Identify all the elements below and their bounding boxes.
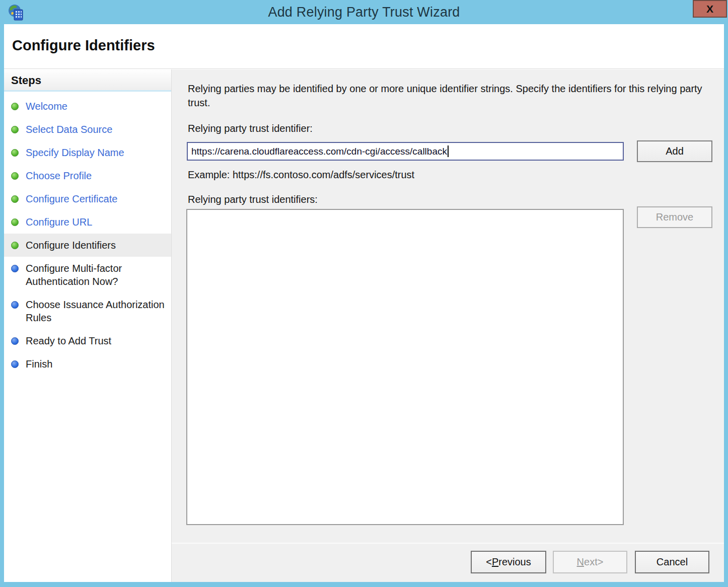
- step-done-bullet-icon: [11, 172, 19, 180]
- next-button[interactable]: Next >: [553, 551, 627, 573]
- sidebar-item-welcome[interactable]: Welcome: [4, 95, 171, 118]
- example-text: Example: https://fs.contoso.com/adfs/ser…: [188, 169, 414, 181]
- steps-sidebar: Steps Welcome Select Data Source Specify…: [4, 69, 172, 582]
- identifier-label: Relying party trust identifier:: [188, 123, 313, 134]
- close-icon: X: [706, 4, 713, 14]
- steps-list: Welcome Select Data Source Specify Displ…: [4, 92, 171, 376]
- window-title: Add Relying Party Trust Wizard: [0, 5, 728, 20]
- relying-party-identifier-input[interactable]: https://carena.cloudflareaccess.com/cdn-…: [187, 142, 624, 161]
- page-description: Relying parties may be identified by one…: [188, 82, 702, 110]
- dialog-frame: Configure Identifiers Steps Welcome Sele…: [4, 24, 724, 582]
- step-done-bullet-icon: [11, 218, 19, 226]
- content-panel: Relying parties may be identified by one…: [172, 69, 724, 582]
- identifiers-listbox[interactable]: [186, 209, 624, 525]
- text-caret: [448, 145, 449, 157]
- step-upcoming-bullet-icon: [11, 337, 19, 345]
- sidebar-item-configure-identifiers[interactable]: Configure Identifiers: [4, 234, 171, 257]
- sidebar-item-choose-profile[interactable]: Choose Profile: [4, 164, 171, 187]
- previous-button[interactable]: < Previous: [471, 551, 546, 573]
- step-done-bullet-icon: [11, 103, 19, 110]
- step-done-bullet-icon: [11, 126, 19, 133]
- sidebar-item-select-data-source[interactable]: Select Data Source: [4, 118, 171, 141]
- sidebar-item-specify-display-name[interactable]: Specify Display Name: [4, 141, 171, 164]
- sidebar-item-configure-certificate[interactable]: Configure Certificate: [4, 187, 171, 210]
- identifiers-list-label: Relying party trust identifiers:: [188, 194, 318, 205]
- page-header: Configure Identifiers: [4, 24, 724, 69]
- step-upcoming-bullet-icon: [11, 301, 19, 309]
- step-upcoming-bullet-icon: [11, 265, 19, 272]
- identifier-input-value: https://carena.cloudflareaccess.com/cdn-…: [191, 146, 447, 157]
- step-current-bullet-icon: [11, 242, 19, 249]
- step-done-bullet-icon: [11, 195, 19, 203]
- steps-heading: Steps: [4, 69, 171, 92]
- wizard-window: Add Relying Party Trust Wizard X Configu…: [0, 0, 728, 587]
- sidebar-item-configure-url[interactable]: Configure URL: [4, 210, 171, 234]
- sidebar-item-choose-issuance-rules: Choose Issuance Authorization Rules: [4, 293, 171, 329]
- page-title: Configure Identifiers: [12, 37, 155, 54]
- sidebar-item-configure-multi-factor: Configure Multi-factor Authentication No…: [4, 257, 171, 293]
- main-area: Steps Welcome Select Data Source Specify…: [4, 69, 724, 582]
- remove-button[interactable]: Remove: [637, 206, 712, 228]
- sidebar-item-finish: Finish: [4, 352, 171, 376]
- footer-bar: < Previous Next > Cancel: [172, 543, 724, 582]
- titlebar[interactable]: Add Relying Party Trust Wizard X: [0, 0, 728, 24]
- add-button[interactable]: Add: [637, 140, 712, 162]
- step-upcoming-bullet-icon: [11, 360, 19, 368]
- cancel-button[interactable]: Cancel: [635, 551, 709, 573]
- sidebar-item-ready-to-add-trust: Ready to Add Trust: [4, 329, 171, 352]
- close-button[interactable]: X: [693, 0, 727, 18]
- step-done-bullet-icon: [11, 149, 19, 157]
